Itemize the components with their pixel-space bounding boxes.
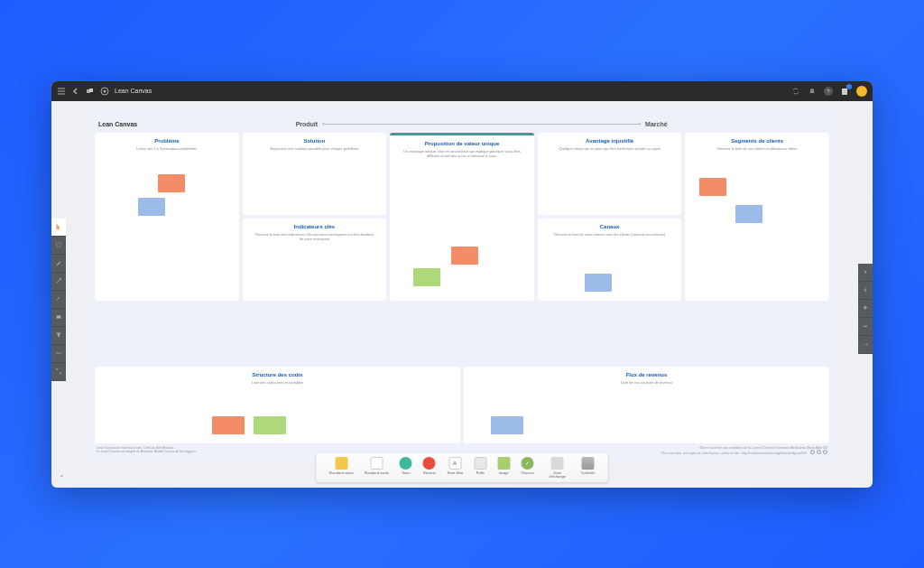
tool-present[interactable]	[51, 309, 66, 327]
footer-line: Le Lean Canvas est adapté du Business Mo…	[97, 450, 197, 453]
card-canaux[interactable]: Canaux Dressez la liste de votre chemin …	[538, 219, 682, 301]
card-indicateurs[interactable]: Indicateurs clés Dressez la liste des in…	[243, 219, 387, 301]
axis-right-label: Marché	[645, 121, 668, 127]
tool-text[interactable]: ATexte libre	[447, 457, 463, 479]
canvas-area[interactable]: Lean Canvas Produit Marché Problème List…	[51, 101, 873, 488]
sticky-note[interactable]	[699, 178, 726, 196]
card-title: Structure des coûts	[100, 372, 455, 377]
card-title: Canaux	[543, 224, 677, 229]
tool-more[interactable]	[51, 345, 66, 363]
card-subtitle: Un message unique, clair et convaincant …	[395, 149, 529, 158]
layers-icon[interactable]	[86, 87, 95, 96]
tool-arrow[interactable]	[51, 273, 66, 291]
bottom-toolbar: Standard notes Standard cards Team Stick…	[317, 453, 608, 482]
card-title: Segments de clients	[690, 138, 824, 144]
fit-icon[interactable]: →	[858, 336, 873, 354]
card-title: Proposition de valeur unique	[395, 141, 529, 146]
card-title: Solution	[248, 138, 382, 144]
left-toolbar	[51, 219, 66, 381]
card-proposition[interactable]: Proposition de valeur unique Un message …	[390, 133, 534, 302]
card-segments[interactable]: Segments de clients Dressez la liste de …	[685, 133, 829, 302]
card-subtitle: Liste des coûts fixes et variables	[100, 380, 455, 385]
tool-filter[interactable]	[51, 327, 66, 345]
card-subtitle: Liste de vos sources de revenus	[469, 380, 824, 385]
sticky-note[interactable]	[212, 416, 245, 434]
tool-exchange[interactable]: Zone d'échange	[545, 457, 570, 479]
card-subtitle: Dressez la liste de votre chemin vers le…	[543, 232, 677, 237]
tool-standard-notes[interactable]: Standard notes	[329, 457, 354, 479]
lean-canvas: Lean Canvas Produit Marché Problème List…	[88, 110, 836, 461]
card-title: Problème	[100, 138, 234, 144]
card-probleme[interactable]: Problème Listez vos 1 à 3 principaux pro…	[95, 133, 239, 302]
tool-trash[interactable]: Corbeille	[581, 457, 596, 479]
card-title: Indicateurs clés	[248, 224, 382, 229]
svg-point-8	[58, 352, 59, 353]
document-title: Lean Canvas	[115, 88, 152, 94]
svg-point-9	[60, 352, 60, 353]
sticky-note[interactable]	[491, 416, 523, 434]
svg-rect-1	[89, 88, 93, 92]
sticky-note[interactable]	[585, 274, 612, 292]
card-title: Avantage injustifié	[543, 138, 677, 144]
card-subtitle: Esquissez une solution possible pour cha…	[248, 146, 382, 151]
notification-icon[interactable]	[840, 87, 849, 96]
right-toolbar: › ‹ + − →	[858, 264, 873, 354]
svg-rect-6	[57, 315, 61, 318]
collapse-icon[interactable]: ⌄	[59, 470, 65, 479]
sticky-note[interactable]	[138, 198, 165, 216]
svg-rect-5	[57, 243, 61, 247]
tool-connector[interactable]	[51, 291, 66, 309]
card-subtitle: Dressez la liste de vos clients et utili…	[690, 146, 824, 151]
card-revenus[interactable]: Flux de revenus Liste de vos sources de …	[464, 367, 829, 443]
tool-choices[interactable]: ✓Choices	[521, 457, 533, 479]
card-avantage[interactable]: Avantage injustifié Quelque chose qui ne…	[538, 133, 682, 215]
sticky-note[interactable]	[735, 205, 762, 223]
canvas-title: Lean Canvas	[98, 121, 137, 127]
tool-team[interactable]: Team	[400, 457, 412, 479]
tool-image[interactable]: Image	[497, 457, 510, 479]
sticky-note[interactable]	[254, 416, 286, 434]
svg-rect-4	[842, 88, 847, 95]
tool-pen[interactable]	[51, 255, 66, 273]
main-area: › ‹ + − → Lean Canvas Produit Marché	[51, 101, 873, 488]
card-subtitle: Listez vos 1 à 3 principaux problèmes	[100, 146, 234, 151]
nav-right-icon[interactable]: ›	[858, 264, 873, 282]
card-subtitle: Quelque chose qui ne peut pas être facil…	[543, 146, 677, 151]
tool-pointer[interactable]	[51, 219, 66, 237]
card-title: Flux de revenus	[469, 372, 824, 377]
axis-line	[323, 124, 640, 125]
help-icon[interactable]: ?	[824, 87, 833, 96]
sticky-note[interactable]	[158, 174, 185, 192]
bell-icon[interactable]	[808, 87, 817, 96]
card-subtitle: Dressez la liste des indicateurs clés qu…	[248, 232, 382, 241]
tool-select[interactable]	[51, 237, 66, 255]
topbar: Lean Canvas ?	[51, 81, 873, 101]
footer-line: Pour consulter une copie de cette licenc…	[661, 452, 807, 455]
tool-stickers[interactable]: Stickers	[423, 457, 436, 479]
axis-left-label: Produit	[296, 121, 319, 127]
svg-point-3	[104, 89, 106, 92]
card-solution[interactable]: Solution Esquissez une solution possible…	[243, 133, 387, 215]
tool-rolls[interactable]: Rolls	[474, 457, 486, 479]
card-couts[interactable]: Structure des coûts Liste des coûts fixe…	[95, 367, 460, 443]
workspace-icon[interactable]	[100, 87, 109, 96]
svg-point-7	[56, 352, 57, 353]
zoom-out-icon[interactable]: −	[858, 318, 873, 336]
back-icon[interactable]	[71, 87, 80, 96]
tool-expand[interactable]	[51, 363, 66, 381]
menu-icon[interactable]	[57, 87, 66, 96]
sticky-note[interactable]	[451, 247, 478, 265]
cc-icons	[810, 450, 827, 454]
sticky-note[interactable]	[413, 268, 440, 286]
nav-left-icon[interactable]: ‹	[858, 282, 873, 300]
tool-standard-cards[interactable]: Standard cards	[365, 457, 389, 479]
sync-icon[interactable]	[791, 87, 800, 96]
avatar[interactable]	[856, 86, 867, 97]
app-window: Lean Canvas ? › ‹ + −	[51, 81, 873, 488]
zoom-in-icon[interactable]: +	[858, 300, 873, 318]
